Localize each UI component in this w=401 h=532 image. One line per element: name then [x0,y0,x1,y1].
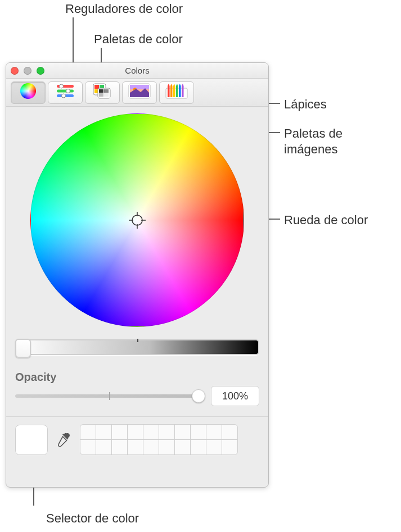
swatch-cell[interactable] [80,439,96,455]
swatch-cell[interactable] [159,424,175,440]
swatch-cell[interactable] [222,424,238,440]
svg-rect-27 [170,86,173,97]
callout-image-palettes: Paletas de imágenes [284,126,343,157]
pencils-tab[interactable] [159,81,194,104]
opacity-field[interactable]: 100% [211,386,259,406]
svg-marker-30 [173,84,175,86]
content-area: Opacity 100% [6,107,268,465]
eyedropper-icon [56,431,73,448]
swatch-cell[interactable] [111,439,128,455]
svg-rect-25 [168,86,170,97]
swatch-cell[interactable] [127,439,143,455]
svg-rect-16 [99,89,103,93]
callout-sliders: Reguladores de color [65,1,183,17]
swatch-cell[interactable] [80,424,96,440]
brightness-knob[interactable] [15,339,31,358]
eyedropper-button[interactable] [56,431,73,448]
image-palettes-icon [128,83,151,102]
svg-point-9 [62,94,66,98]
color-palettes-tab[interactable] [85,81,120,104]
svg-marker-36 [182,84,184,86]
svg-rect-35 [182,86,184,97]
svg-point-37 [132,215,142,225]
swatch-cell[interactable] [143,424,159,440]
opacity-slider[interactable] [15,394,203,398]
opacity-section: Opacity 100% [15,371,259,406]
swatch-section [6,416,268,465]
callout-pencils: Lápices [284,97,327,112]
pencils-icon [165,83,188,103]
swatch-cell[interactable] [127,424,143,440]
svg-marker-32 [176,84,178,86]
color-wheel-icon [20,83,37,103]
colors-window: Colors [6,62,269,488]
swatch-cell[interactable] [190,424,206,440]
svg-rect-17 [104,89,109,93]
callout-palettes: Paletas de color [94,31,183,47]
swatch-cell[interactable] [159,439,175,455]
svg-point-8 [66,89,70,93]
color-sliders-icon [56,84,75,102]
titlebar: Colors [6,63,268,79]
callout-picker: Selector de color [46,511,139,526]
svg-rect-5 [57,89,74,92]
opacity-label: Opacity [15,371,259,384]
swatch-cell[interactable] [96,424,112,440]
swatch-cell[interactable] [174,424,191,440]
svg-rect-18 [99,93,103,97]
brightness-slider[interactable] [15,339,259,355]
crosshair-icon [129,212,146,229]
swatch-cell[interactable] [174,439,191,455]
color-wheel-tab[interactable] [11,81,46,104]
current-color-well[interactable] [15,425,48,455]
svg-rect-19 [104,93,109,97]
svg-point-7 [60,84,64,88]
swatch-cell[interactable] [96,439,112,455]
color-palettes-icon [92,83,112,103]
swatch-grid [80,425,238,455]
swatch-cell[interactable] [206,439,222,455]
svg-rect-29 [173,86,175,97]
swatch-cell[interactable] [222,439,238,455]
callout-wheel: Rueda de color [284,212,368,228]
svg-rect-33 [179,86,181,97]
svg-rect-11 [94,85,99,89]
color-sliders-tab[interactable] [48,81,83,104]
swatch-cell[interactable] [143,439,159,455]
svg-marker-26 [168,84,170,86]
opacity-knob[interactable] [192,389,205,403]
color-wheel[interactable] [30,113,244,327]
toolbar [6,79,268,107]
swatch-cell[interactable] [111,424,128,440]
svg-rect-22 [130,85,149,89]
image-palettes-tab[interactable] [122,81,157,104]
window-title: Colors [6,66,268,75]
svg-marker-34 [179,84,181,86]
swatch-cell[interactable] [206,424,222,440]
swatch-cell[interactable] [190,439,206,455]
svg-rect-31 [176,86,178,97]
svg-marker-28 [170,84,173,86]
